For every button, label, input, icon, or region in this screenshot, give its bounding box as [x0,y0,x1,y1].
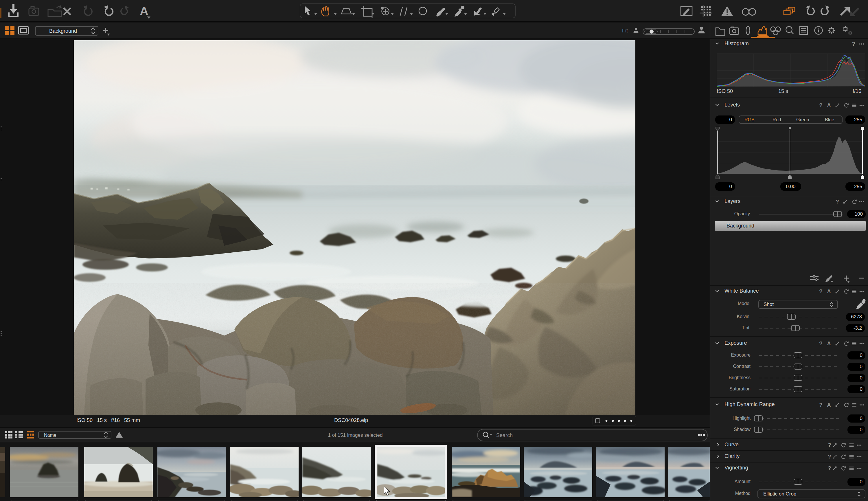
svg-text:?: ? [819,288,823,294]
svg-text:Fit: Fit [622,28,628,34]
svg-text:?: ? [836,199,839,205]
svg-text:Name: Name [44,433,56,438]
svg-text:?: ? [819,402,823,408]
svg-text:?: ? [828,454,831,460]
svg-text:A: A [827,341,831,347]
svg-text:Search: Search [496,433,513,438]
svg-text:?: ? [819,340,823,347]
svg-text:?: ? [828,442,831,448]
svg-text:A: A [827,289,831,294]
svg-text:Background: Background [49,28,77,34]
svg-text:1 of 151 images selected: 1 of 151 images selected [328,433,382,438]
svg-text:?: ? [819,102,823,108]
svg-text:A: A [827,103,831,108]
svg-text:A: A [140,4,149,18]
svg-text:A: A [827,402,831,408]
svg-text:?: ? [852,41,855,47]
svg-text:?: ? [828,465,831,471]
